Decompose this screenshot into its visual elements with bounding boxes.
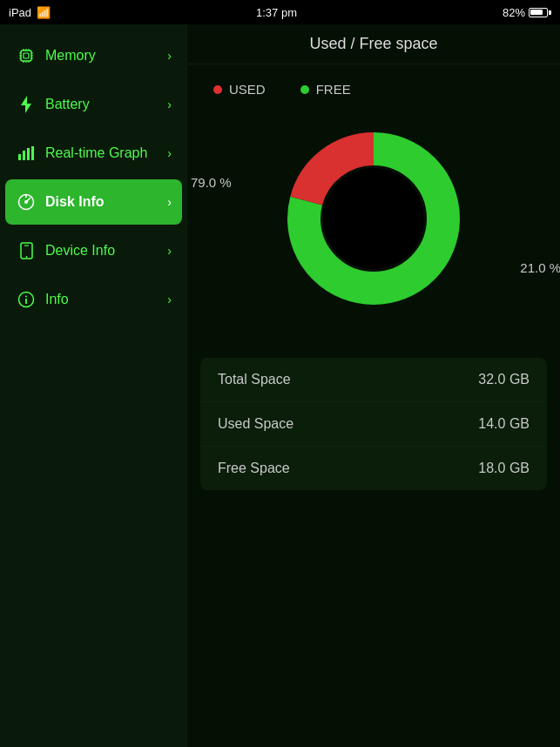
- sidebar-item-realtime[interactable]: Real-time Graph ›: [5, 131, 182, 176]
- chevron-info: ›: [167, 293, 172, 306]
- donut-chart: [278, 123, 469, 314]
- battery-icon: [529, 8, 551, 17]
- chevron-battery: ›: [167, 98, 172, 111]
- sidebar-label-info: Info: [45, 292, 159, 307]
- stats-table: Total Space 32.0 GB Used Space 14.0 GB F…: [200, 358, 547, 490]
- used-percent-label: 21.0 %: [520, 260, 560, 275]
- svg-marker-14: [21, 96, 31, 113]
- stats-row-used: Used Space 14.0 GB: [200, 402, 547, 447]
- free-percent-label: 79.0 %: [191, 175, 232, 190]
- chart-section: USED FREE 79.0 %: [187, 64, 560, 340]
- chevron-memory: ›: [167, 49, 172, 63]
- free-dot: [300, 85, 309, 94]
- page-title: Used / Free space: [309, 35, 437, 52]
- sidebar-item-battery[interactable]: Battery ›: [5, 82, 182, 127]
- sidebar-label-diskinfo: Disk Info: [45, 194, 159, 210]
- sidebar: Memory › Battery › Real-time Graph: [0, 24, 187, 747]
- status-time: 1:37 pm: [256, 6, 297, 19]
- chevron-deviceinfo: ›: [167, 244, 172, 258]
- chevron-realtime: ›: [167, 146, 172, 160]
- used-dot: [213, 85, 222, 94]
- legend-free: FREE: [300, 82, 351, 97]
- legend: USED FREE: [213, 82, 351, 97]
- chevron-diskinfo: ›: [167, 195, 172, 209]
- content-header: Used / Free space: [187, 24, 560, 64]
- free-space-value: 18.0 GB: [478, 461, 530, 476]
- device-label: iPad: [9, 6, 31, 19]
- status-bar: iPad 📶 1:37 pm 82%: [0, 0, 560, 24]
- graph-icon: [16, 143, 37, 164]
- svg-rect-17: [27, 148, 30, 160]
- info-icon: [16, 289, 37, 310]
- sidebar-label-memory: Memory: [45, 48, 159, 64]
- used-space-value: 14.0 GB: [478, 416, 530, 432]
- sidebar-item-diskinfo[interactable]: Disk Info ›: [5, 179, 182, 225]
- device-icon: [16, 240, 37, 261]
- sidebar-item-info[interactable]: Info ›: [5, 277, 182, 322]
- sidebar-label-battery: Battery: [45, 97, 159, 112]
- svg-point-30: [323, 168, 424, 269]
- svg-rect-18: [31, 146, 34, 160]
- svg-point-26: [25, 296, 27, 298]
- svg-rect-15: [18, 154, 21, 160]
- sidebar-item-memory[interactable]: Memory ›: [5, 33, 182, 78]
- chip-icon: [16, 45, 37, 66]
- legend-used: USED: [213, 82, 266, 97]
- svg-point-24: [25, 256, 27, 258]
- total-space-label: Total Space: [218, 372, 291, 387]
- battery-percent: 82%: [503, 6, 525, 19]
- svg-rect-1: [24, 53, 29, 58]
- stats-row-free: Free Space 18.0 GB: [200, 447, 547, 490]
- sidebar-label-realtime: Real-time Graph: [45, 145, 159, 161]
- total-space-value: 32.0 GB: [478, 372, 530, 387]
- svg-rect-0: [21, 50, 31, 61]
- wifi-icon: 📶: [37, 6, 51, 19]
- bolt-icon: [16, 94, 37, 115]
- main-content: Used / Free space USED FREE 79.0 %: [187, 24, 560, 747]
- sidebar-item-deviceinfo[interactable]: Device Info ›: [5, 228, 182, 273]
- stats-row-total: Total Space 32.0 GB: [200, 358, 547, 402]
- status-left: iPad 📶: [9, 6, 51, 19]
- legend-used-label: USED: [229, 82, 266, 97]
- status-right: 82%: [503, 6, 551, 19]
- free-space-label: Free Space: [218, 461, 290, 476]
- used-space-label: Used Space: [218, 416, 293, 432]
- disk-icon: [16, 192, 37, 212]
- sidebar-label-deviceinfo: Device Info: [45, 243, 159, 259]
- app-container: Memory › Battery › Real-time Graph: [0, 24, 560, 747]
- svg-rect-16: [23, 151, 25, 160]
- legend-free-label: FREE: [316, 82, 351, 97]
